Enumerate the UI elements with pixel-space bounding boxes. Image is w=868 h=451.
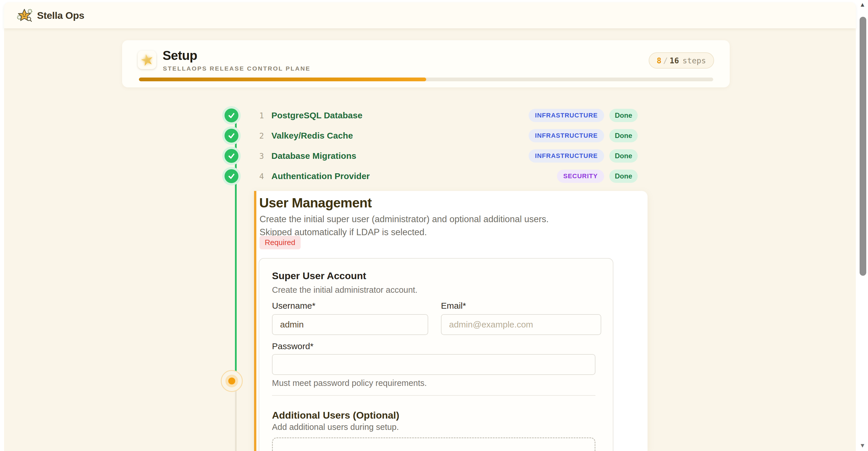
step-number: 3 — [259, 152, 268, 161]
steps-separator: / — [663, 56, 668, 65]
step-title: Valkey/Redis Cache — [271, 131, 353, 140]
page-subtitle: STELLAOPS RELEASE CONTROL PLANE — [163, 65, 310, 72]
category-badge: INFRASTRUCTURE — [529, 109, 604, 122]
category-badge: INFRASTRUCTURE — [529, 149, 604, 163]
scrollbar-thumb[interactable] — [860, 17, 866, 276]
step-row-db-migrations[interactable]: 3 Database Migrations INFRASTRUCTURE Don… — [223, 147, 640, 165]
steps-suffix-label: steps — [683, 56, 706, 65]
status-badge: Done — [609, 149, 638, 163]
super-user-title: Super User Account — [272, 270, 366, 282]
gold-star-icon: ★ — [139, 51, 155, 69]
steps-total-count: 16 — [670, 56, 679, 65]
section-title: User Management — [259, 195, 372, 211]
super-user-description: Create the initial administrator account… — [272, 285, 417, 295]
required-badge: Required — [259, 236, 301, 249]
timeline-line-upcoming — [235, 390, 237, 451]
step-title: Database Migrations — [271, 151, 356, 161]
check-circle-icon — [224, 149, 239, 163]
stella-ops-star-logo-icon — [17, 8, 33, 23]
password-label: Password* — [272, 341, 313, 351]
section-description: Create the initial super user (administr… — [259, 213, 584, 239]
status-badge: Done — [609, 109, 638, 122]
check-circle-icon — [224, 108, 239, 122]
email-input[interactable] — [441, 314, 601, 335]
step-row-postgresql[interactable]: 1 PostgreSQL Database INFRASTRUCTURE Don… — [223, 107, 640, 124]
step-number: 4 — [259, 172, 268, 181]
top-navigation-bar: Stella Ops — [4, 2, 856, 28]
steps-done-count: 8 — [657, 56, 661, 65]
scroll-down-arrow-icon[interactable]: ▼ — [858, 442, 867, 450]
step-row-auth-provider[interactable]: 4 Authentication Provider SECURITY Done — [223, 167, 640, 185]
setup-header-card: ★ Setup STELLAOPS RELEASE CONTROL PLANE … — [122, 40, 730, 87]
scroll-up-arrow-icon[interactable]: ▲ — [858, 1, 867, 9]
brand-title: Stella Ops — [37, 10, 84, 21]
step-number: 2 — [259, 131, 268, 140]
password-hint: Must meet password policy requirements. — [272, 378, 427, 388]
add-another-user-button[interactable]: + Add Another User — [272, 438, 595, 451]
step-row-valkey-redis[interactable]: 2 Valkey/Redis Cache INFRASTRUCTURE Done — [223, 127, 640, 144]
setup-progress-bar — [139, 77, 713, 81]
username-label: Username* — [272, 301, 315, 311]
category-badge: SECURITY — [557, 169, 604, 183]
setup-progress-fill — [139, 77, 426, 81]
password-input[interactable] — [272, 354, 595, 375]
page-title: Setup — [163, 48, 197, 63]
category-badge: INFRASTRUCTURE — [529, 129, 604, 142]
username-input[interactable] — [272, 314, 428, 335]
email-label: Email* — [441, 301, 466, 311]
user-management-panel: User Management Create the initial super… — [254, 191, 648, 451]
step-number: 1 — [259, 111, 268, 120]
step-title: Authentication Provider — [271, 171, 370, 181]
additional-users-description: Add additional users during setup. — [272, 422, 399, 432]
additional-users-title: Additional Users (Optional) — [272, 410, 399, 421]
section-divider — [272, 395, 595, 396]
steps-counter-badge: 8 / 16 steps — [649, 52, 714, 69]
check-circle-icon — [224, 129, 239, 142]
step-title: PostgreSQL Database — [271, 110, 363, 120]
status-badge: Done — [609, 129, 638, 142]
check-circle-icon — [224, 169, 239, 183]
super-user-card: Super User Account Create the initial ad… — [259, 258, 613, 451]
setup-app-icon: ★ — [138, 51, 156, 69]
status-badge: Done — [609, 169, 638, 183]
current-step-indicator-dot — [228, 378, 235, 384]
